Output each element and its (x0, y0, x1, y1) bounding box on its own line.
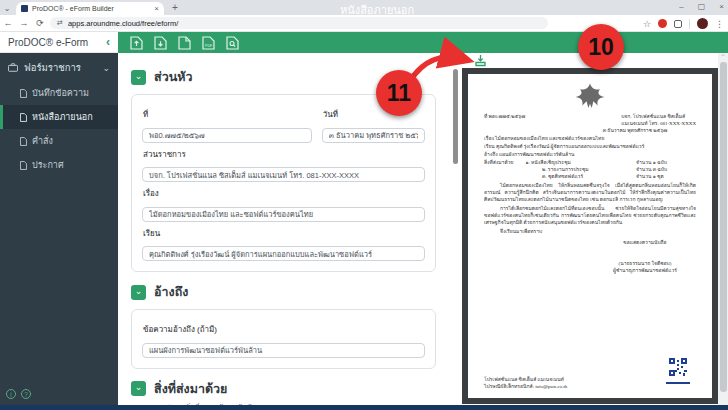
qr-code-icon (669, 358, 687, 376)
file-icon (20, 89, 27, 98)
scroll-up-icon[interactable]: ⌃ (718, 53, 728, 61)
reference-input[interactable] (142, 343, 425, 358)
doc-no-label: ที่ (143, 108, 312, 121)
address-bar[interactable]: ⇄ apps.aroundme.cloud/free/eform/ (50, 17, 548, 29)
letter-body-2: การได้เลือกชมดอกไม้และดอกไม้ที่ตนเองชอบน… (484, 205, 696, 226)
collapse-section-button[interactable]: ⌄ (131, 381, 146, 396)
reload-icon[interactable]: ⟳ (32, 18, 48, 28)
to-input[interactable] (142, 246, 425, 261)
collapse-section-button[interactable]: ⌄ (131, 285, 146, 300)
letter-to: เรียน คุณกิตติพงศ์ รุ่งเรืองวัฒน์ ผู้จัด… (484, 143, 696, 150)
sidebar-item-label: ประกาศ (32, 158, 64, 172)
form-toolbar: PDF (118, 32, 728, 53)
preview-scrollbar[interactable]: ⌃ (718, 53, 728, 405)
header-card: ที่ วันที่ ส่วนราชการ เรื่อง เรียน (131, 94, 436, 272)
file-icon (20, 137, 27, 146)
site-info-icon[interactable]: ⇄ (57, 19, 63, 27)
sidebar-header: ProDOC® e-Form ‹ (0, 32, 118, 53)
window-bottom-edge (0, 405, 728, 410)
section-title: อ้างถึง (154, 282, 188, 302)
extension-red-icon[interactable] (658, 19, 667, 28)
urlbar-actions: ☆ ⋮ (643, 15, 724, 32)
window-controls: – ▢ × (679, 1, 724, 13)
section-title: สิ่งที่ส่งมาด้วย (154, 379, 227, 399)
pdf-file-icon[interactable]: PDF (202, 36, 215, 50)
scrollbar-thumb[interactable] (453, 69, 458, 164)
download-file-icon[interactable] (154, 36, 167, 50)
tab-favicon (21, 5, 28, 12)
letter-footer-org: โปรเฟสชั่นแนล ซิสเต็มส์ แมเนจเมนท์ (484, 377, 564, 382)
url-text: apps.aroundme.cloud/free/eform/ (68, 19, 178, 28)
minimize-icon[interactable]: – (679, 1, 683, 13)
new-tab-button[interactable]: + (172, 1, 178, 15)
letter-signer-name: (นายธรรมนาถ ใจดีชอบ) (619, 261, 672, 266)
annotation-step-11: 11 (376, 70, 422, 116)
document-preview: ที่ พอ0.๗๗๕/๒๕๖๗ บจก. โปรเฟสชั่นแนล ซิสเ… (462, 68, 718, 404)
letter-signer-title: ผู้ชำนาญการพัฒนาซอฟต์แวร์ (613, 268, 677, 273)
tab-close-icon[interactable]: × (154, 2, 159, 15)
extensions-icon[interactable] (674, 20, 682, 28)
date-input[interactable] (322, 128, 425, 143)
tab-search-icon[interactable]: ⌄ (0, 3, 14, 15)
sidebar-group-label: ฟอร์มราชการ (24, 60, 96, 75)
bookmark-star-icon[interactable]: ☆ (643, 19, 651, 29)
browser-tab[interactable]: ProDOC® - eForm Builder × (16, 2, 164, 15)
doc-no-input[interactable] (142, 128, 312, 143)
scroll-up-icon[interactable]: ⌃ (452, 55, 459, 61)
letter-org-line1: บจก. โปรเฟสชั่นแนล ซิสเต็มส์ (621, 114, 685, 119)
sidebar-item-label: หนังสือภายนอก (32, 110, 93, 124)
letter-page: ที่ พอ0.๗๗๕/๒๕๖๗ บจก. โปรเฟสชั่นแนล ซิสเ… (468, 74, 712, 398)
sidebar: ฟอร์มราชการ ⌄ บันทึกข้อความ หนังสือภายนอ… (0, 53, 118, 405)
sidebar-item-memo[interactable]: บันทึกข้อความ (0, 81, 118, 105)
sidebar-item-announcement[interactable]: ประกาศ (0, 153, 118, 177)
to-label: เรียน (143, 227, 425, 240)
sidebar-item-label: คำสั่ง (32, 134, 53, 148)
reference-card: ข้อความอ้างถึง (ถ้ามี) (131, 309, 436, 369)
attachment-name: ๒. รายงานการประชุม (542, 166, 636, 173)
download-preview-icon[interactable] (474, 54, 487, 67)
annotation-step-10: 10 (578, 24, 624, 70)
tab-title: ProDOC® - eForm Builder (32, 5, 150, 12)
back-icon[interactable]: ← (0, 18, 16, 28)
app-title: ProDOC® e-Form (8, 37, 106, 48)
section-attachments-head: ⌄ สิ่งที่ส่งมาด้วย (131, 379, 436, 399)
browser-menu-icon[interactable]: ⋮ (715, 19, 724, 29)
sidebar-item-order[interactable]: คำสั่ง (0, 129, 118, 153)
new-file-icon[interactable] (178, 36, 191, 50)
svg-text:PDF: PDF (205, 44, 213, 48)
divider (689, 19, 690, 29)
garuda-emblem-icon (573, 82, 607, 112)
chevron-down-icon: ⌄ (102, 63, 110, 73)
briefcase-icon (8, 63, 18, 72)
file-icon (20, 113, 27, 122)
attachment-name: ๑. หนังสือเชิญประชุม (525, 159, 636, 166)
sidebar-collapse-icon[interactable]: ‹ (106, 35, 110, 49)
collapse-section-button[interactable]: ⌄ (131, 70, 146, 85)
page-title: หนังสือภายนอก (340, 0, 414, 21)
info-icon[interactable]: i (6, 389, 16, 399)
agency-input[interactable] (142, 167, 425, 182)
preview-file-icon[interactable] (226, 36, 239, 50)
sidebar-item-external-letter[interactable]: หนังสือภายนอก (0, 105, 118, 129)
upload-file-icon[interactable] (130, 36, 143, 50)
forward-icon[interactable]: → (16, 18, 32, 28)
letter-doc-no: ที่ พอ0.๗๗๕/๒๕๖๗ (484, 113, 525, 127)
letter-attachments-label: สิ่งที่ส่งมาด้วย (484, 159, 513, 166)
section-title: ส่วนหัว (154, 67, 192, 87)
scrollbar-thumb[interactable] (720, 62, 727, 392)
agency-label: ส่วนราชการ (143, 148, 425, 161)
subject-label: เรื่อง (143, 187, 425, 200)
attachment-qty: จำนวน ๑ ฉบับ (636, 159, 696, 166)
section-reference-head: ⌄ อ้างถึง (131, 282, 436, 302)
profile-avatar[interactable] (697, 18, 708, 29)
attachment-name: ๓. ชุดคิทซอฟต์แวร์ (542, 173, 636, 180)
close-icon[interactable]: × (719, 1, 724, 13)
maximize-icon[interactable]: ▢ (698, 1, 706, 13)
help-icon[interactable]: ? (21, 389, 31, 399)
qr-caption (666, 382, 690, 384)
letter-body-1: ไม้ดอกหอมของเมืองไทย ให้กลิ่นหอมสดชื่นจร… (484, 182, 696, 203)
letter-salutation: ขอแสดงความนับถือ (594, 239, 696, 246)
sidebar-group-forms[interactable]: ฟอร์มราชการ ⌄ (0, 53, 118, 81)
subject-input[interactable] (142, 207, 425, 222)
form-scrollbar[interactable]: ⌃ (452, 55, 459, 403)
